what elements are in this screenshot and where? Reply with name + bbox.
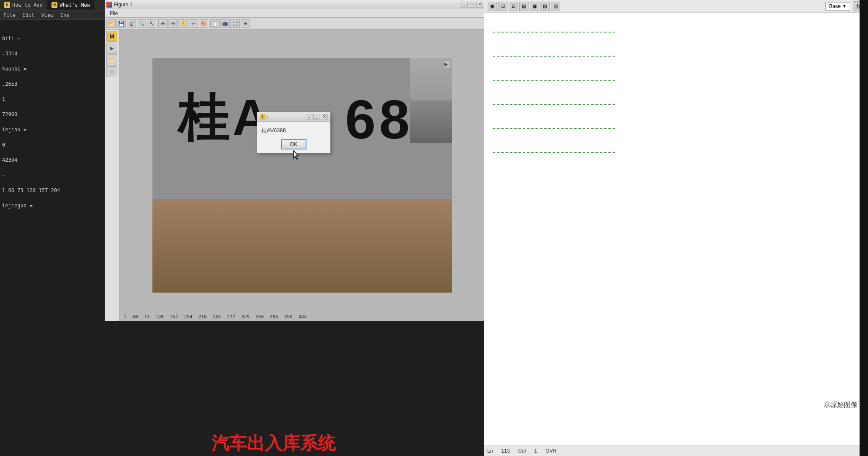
code-line-10 (0, 103, 105, 111)
dashed-line-3 (493, 80, 615, 81)
alert-dialog: i i – □ ✕ 桂AV6388 OK (257, 112, 331, 153)
toolbar-save-btn[interactable]: 💾 (117, 19, 126, 28)
ruler-325: 325 (241, 314, 250, 320)
figure-title-left: Figure 1 (106, 2, 133, 8)
alert-titlebar: i i – □ ✕ (257, 112, 330, 122)
toolbar-sep-2 (209, 19, 209, 28)
side-icon-3[interactable]: 📁 (106, 54, 117, 65)
base-label: Base (829, 3, 841, 9)
alert-ok-button[interactable]: OK (281, 139, 307, 149)
alert-message-text: 桂AV6388 (261, 127, 326, 134)
rt-btn-7[interactable]: ▨ (551, 2, 560, 11)
toolbar-full-btn[interactable]: ⛶ (231, 19, 240, 28)
toolbar-pan-btn[interactable]: ✋ (179, 19, 188, 28)
side-icon-2[interactable]: ▶ (106, 43, 117, 54)
code-line-19: = (0, 171, 105, 179)
code-line-6 (0, 73, 105, 80)
plate-digit-2: 8 (379, 92, 410, 147)
toolbar-color-btn[interactable]: 🎨 (199, 19, 208, 28)
plate-characters: 桂 A (178, 92, 269, 143)
code-line-23: iejieguo = (0, 202, 105, 209)
minimize-btn[interactable]: – (461, 2, 468, 8)
figure-toolbar: 📂 💾 🖨 🔍 ↖ ⊕ ⊖ ✋ ↩ 🎨 📋 📺 ⛶ ⊟ (105, 18, 485, 30)
status-ln-label: Ln (487, 448, 493, 454)
status-col-label: Col (518, 448, 526, 454)
bottom-ruler: 1 60 73 120 157 204 216 265 277 325 336 … (119, 312, 485, 321)
code-line-9: 1 (0, 95, 105, 103)
toolbar-zoom-out-btn[interactable]: ⊖ (168, 19, 178, 28)
rt-btn-3[interactable]: ⊡ (509, 2, 518, 11)
menu-ins[interactable]: Ins (57, 11, 73, 19)
ruler-73: 73 (144, 314, 149, 320)
tab-whats-new[interactable]: W What's New (47, 0, 95, 10)
menu-view[interactable]: View (38, 11, 57, 19)
show-original-text: 示原始图像 (824, 401, 857, 408)
rt-btn-6[interactable]: ▧ (540, 2, 550, 11)
rt-btn-2[interactable]: ⊞ (498, 2, 507, 11)
bottom-title-area: 汽车出入库系统 (105, 431, 442, 456)
toolbar-cursor-btn[interactable]: ↖ (147, 19, 156, 28)
menu-edit[interactable]: Edit (19, 11, 38, 19)
nav-arrow-right[interactable]: ▶ (442, 60, 450, 68)
ruler-216: 216 (198, 314, 207, 320)
right-panel: ▣ ⊞ ⊡ ▤ ▦ ▧ ▨ Base ▼ fx 示原始 (484, 0, 868, 456)
figure-menu-file[interactable]: File (106, 10, 121, 17)
side-icons: M ▶ 📁 □ (105, 30, 119, 321)
side-icon-4[interactable]: □ (106, 66, 117, 77)
code-editor-panel: H How to Add W What's New File Edit View… (0, 0, 105, 456)
toolbar-undo-btn[interactable]: ↩ (189, 19, 198, 28)
chinese-title-text: 汽车出入库系统 (212, 432, 336, 455)
toolbar-zoom-btn[interactable]: 🔍 (137, 19, 146, 28)
alert-dialog-icon: i (260, 114, 266, 120)
code-line-7: .2653 (0, 80, 105, 88)
toolbar-print-btn[interactable]: 🖨 (127, 19, 136, 28)
plate-bg-bottom (152, 199, 452, 293)
close-btn[interactable]: ✕ (476, 2, 483, 8)
tab-icon-new: W (52, 2, 57, 8)
alert-close-btn[interactable]: ✕ (321, 114, 328, 120)
status-ovr: OVR (545, 448, 556, 454)
ruler-444: 444 (298, 314, 307, 320)
rt-btn-5[interactable]: ▦ (530, 2, 539, 11)
alert-maximize-btn[interactable]: □ (313, 114, 320, 120)
right-border (860, 0, 868, 456)
dashed-line-4 (493, 104, 615, 105)
side-icon-1[interactable]: M (106, 31, 117, 42)
toolbar-screen-btn[interactable]: 📺 (220, 19, 230, 28)
status-col-val: 1 (534, 448, 537, 454)
code-line-13: iejiao = (0, 126, 105, 133)
matlab-icon (106, 2, 112, 8)
code-line-2 (0, 42, 105, 50)
code-line-20 (0, 179, 105, 187)
figure-titlebar: Figure 1 – □ ✕ (105, 0, 485, 9)
code-line-1: bili = (0, 35, 105, 42)
rt-btn-1[interactable]: ▣ (488, 2, 497, 11)
code-line-18 (0, 164, 105, 171)
code-line-21: 1 60 73 120 157 204 (0, 187, 105, 194)
ruler-396: 396 (284, 314, 293, 320)
code-line-3: .3314 (0, 50, 105, 57)
toolbar-zoom-in-btn[interactable]: ⊕ (158, 19, 168, 28)
tab-how-to-add[interactable]: H How to Add (0, 0, 47, 10)
toolbar-split-btn[interactable]: ⊟ (241, 19, 250, 28)
right-panel-toolbar: ▣ ⊞ ⊡ ▤ ▦ ▧ ▨ Base ▼ fx (484, 0, 868, 13)
ruler-277: 277 (227, 314, 236, 320)
figure-window: Figure 1 – □ ✕ File 📂 💾 🖨 🔍 ↖ ⊕ ⊖ ✋ ↩ 🎨 … (105, 0, 485, 321)
figure-menu-bar: File (105, 9, 485, 18)
code-line-5: kuanbi = (0, 65, 105, 73)
code-line-11: 72900 (0, 111, 105, 118)
plate-char-1: 桂 (178, 92, 228, 143)
menu-file[interactable]: File (0, 11, 19, 19)
figure-title-text: Figure 1 (114, 2, 133, 8)
base-dropdown[interactable]: Base ▼ (825, 2, 850, 11)
tab-bar: H How to Add W What's New (0, 0, 105, 11)
rt-btn-4[interactable]: ▤ (519, 2, 529, 11)
toolbar-copy-btn[interactable]: 📋 (210, 19, 220, 28)
corner-car-image (410, 58, 452, 143)
figure-window-controls: – □ ✕ (461, 2, 483, 8)
alert-minimize-btn[interactable]: – (306, 114, 312, 120)
code-line-14 (0, 133, 105, 141)
maximize-btn[interactable]: □ (469, 2, 475, 8)
toolbar-open-btn[interactable]: 📂 (106, 19, 116, 28)
tab-label-new: What's New (60, 2, 90, 8)
